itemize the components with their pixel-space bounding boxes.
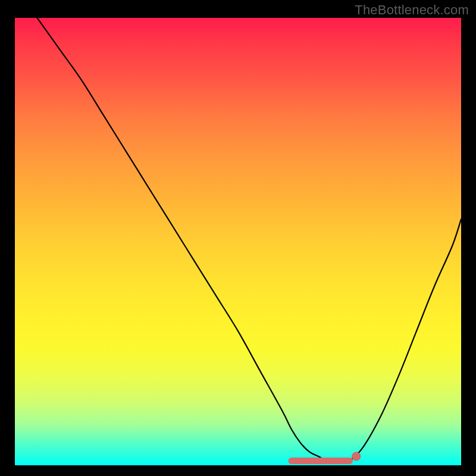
marker-dot-icon [352, 452, 361, 461]
curve-layer [15, 18, 461, 465]
chart-frame: TheBottleneck.com [0, 0, 476, 476]
watermark-text: TheBottleneck.com [355, 2, 469, 18]
bottleneck-curve [37, 18, 462, 462]
plot-area [15, 18, 461, 465]
